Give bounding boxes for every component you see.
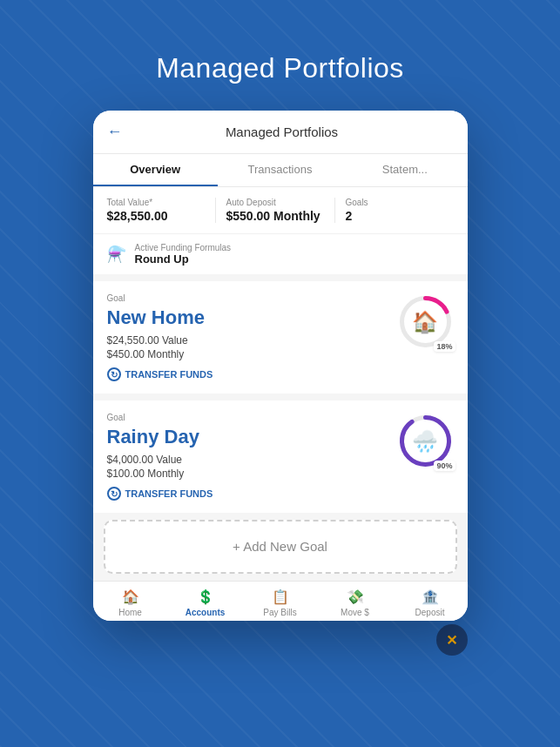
- tab-statements[interactable]: Statem...: [342, 154, 467, 186]
- goals-value: 2: [346, 209, 443, 223]
- funding-text: Active Funding Formulas Round Up: [135, 243, 232, 266]
- goal-value-0: $24,550.00 Value: [107, 334, 213, 347]
- tab-transactions[interactable]: Transactions: [218, 154, 342, 186]
- add-goal-text: + Add New Goal: [233, 539, 327, 554]
- total-value-label: Total Value*: [107, 198, 205, 207]
- auto-deposit-value: $550.00 Monthly: [226, 209, 324, 223]
- total-value-amount: $28,550.00: [107, 209, 205, 223]
- tabs-bar: Overview Transactions Statem...: [93, 154, 468, 187]
- goal-monthly-0: $450.00 Monthly: [107, 348, 213, 360]
- transfer-funds-btn-0[interactable]: ↻ TRANSFER FUNDS: [107, 367, 213, 381]
- nav-item-home[interactable]: 🏠 Home: [93, 589, 168, 617]
- header-title: Managed Portfolios: [133, 124, 431, 139]
- goal-label-1: Goal: [107, 413, 213, 422]
- summary-goals: Goals 2: [346, 198, 454, 223]
- nav-icon-4: 🏦: [422, 589, 439, 605]
- nav-label-1: Accounts: [186, 608, 226, 617]
- nav-icon-0: 🏠: [122, 589, 139, 605]
- summary-row: Total Value* $28,550.00 Auto Deposit $55…: [93, 187, 468, 234]
- goal-monthly-1: $100.00 Monthly: [107, 468, 213, 480]
- card-container: ← Managed Portfolios Overview Transactio…: [93, 111, 468, 621]
- nav-item-move-$[interactable]: 💸 Move $: [318, 589, 393, 617]
- goal-cards-container: Goal New Home $24,550.00 Value $450.00 M…: [93, 281, 468, 513]
- goal-percent-0: 18%: [434, 341, 455, 352]
- nav-label-2: Pay Bills: [263, 608, 296, 617]
- nav-item-deposit[interactable]: 🏦 Deposit: [393, 589, 468, 617]
- summary-total-value: Total Value* $28,550.00: [107, 198, 216, 223]
- summary-auto-deposit: Auto Deposit $550.00 Monthly: [226, 198, 335, 223]
- goal-value-1: $4,000.00 Value: [107, 454, 213, 466]
- goal-percent-1: 90%: [434, 461, 455, 471]
- nav-label-0: Home: [118, 608, 142, 617]
- tab-overview[interactable]: Overview: [93, 154, 218, 186]
- goals-label: Goals: [346, 198, 443, 207]
- funding-label: Active Funding Formulas: [135, 243, 232, 252]
- goal-card-1: Goal Rainy Day $4,000.00 Value $100.00 M…: [93, 400, 468, 513]
- nav-icon-3: 💸: [347, 589, 364, 605]
- goal-info-1: Goal Rainy Day $4,000.00 Value $100.00 M…: [107, 413, 213, 501]
- funding-row: ⚗️ Active Funding Formulas Round Up: [93, 234, 468, 281]
- nav-item-accounts[interactable]: 💲 Accounts: [168, 589, 243, 617]
- nav-icon-1: 💲: [197, 589, 214, 605]
- page-title: Managed Portfolios: [156, 52, 404, 84]
- nav-item-pay-bills[interactable]: 📋 Pay Bills: [243, 589, 318, 617]
- goal-card-0: Goal New Home $24,550.00 Value $450.00 M…: [93, 281, 468, 394]
- funding-formula-icon: ⚗️: [107, 245, 126, 264]
- bottom-nav: 🏠 Home 💲 Accounts 📋 Pay Bills 💸 Move $ 🏦…: [93, 581, 468, 621]
- transfer-icon-0: ↻: [107, 367, 121, 381]
- back-button[interactable]: ←: [107, 123, 123, 141]
- transfer-label-0: TRANSFER FUNDS: [125, 369, 213, 380]
- goal-donut-0: 🏠 18%: [397, 293, 454, 350]
- goal-emoji-0: 🏠: [412, 310, 438, 334]
- goal-donut-1: 🌧️ 90%: [397, 413, 454, 469]
- nav-label-3: Move $: [341, 608, 369, 617]
- transfer-label-1: TRANSFER FUNDS: [125, 488, 213, 499]
- auto-deposit-label: Auto Deposit: [226, 198, 324, 207]
- nav-label-4: Deposit: [415, 608, 445, 617]
- close-button[interactable]: ✕: [436, 624, 468, 656]
- goal-info-0: Goal New Home $24,550.00 Value $450.00 M…: [107, 293, 213, 381]
- goal-label-0: Goal: [107, 293, 213, 303]
- nav-icon-2: 📋: [272, 589, 289, 605]
- goal-emoji-1: 🌧️: [412, 429, 438, 454]
- transfer-funds-btn-1[interactable]: ↻ TRANSFER FUNDS: [107, 487, 213, 501]
- goal-name-0: New Home: [107, 306, 213, 329]
- funding-value: Round Up: [135, 252, 232, 266]
- goal-name-1: Rainy Day: [107, 426, 213, 448]
- add-new-goal-button[interactable]: + Add New Goal: [104, 520, 457, 574]
- card-header: ← Managed Portfolios: [93, 111, 468, 154]
- transfer-icon-1: ↻: [107, 487, 121, 501]
